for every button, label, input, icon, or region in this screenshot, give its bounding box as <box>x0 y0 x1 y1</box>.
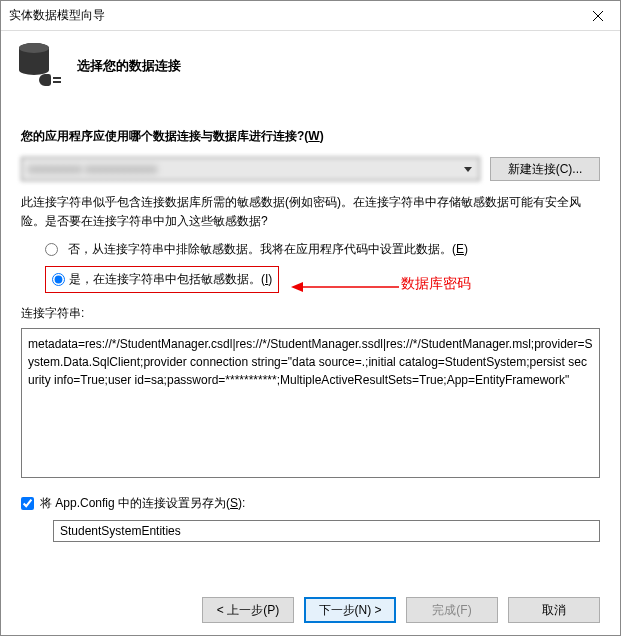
save-config-checkbox-input[interactable] <box>21 497 34 510</box>
question-label: 您的应用程序应使用哪个数据连接与数据库进行连接?(W) <box>21 128 600 145</box>
database-icon <box>19 43 59 88</box>
new-connection-button[interactable]: 新建连接(C)... <box>490 157 600 181</box>
radio-include-input[interactable] <box>52 273 65 286</box>
warning-text: 此连接字符串似乎包含连接数据库所需的敏感数据(例如密码)。在连接字符串中存储敏感… <box>21 193 600 231</box>
close-button[interactable] <box>575 1 620 31</box>
window-title: 实体数据模型向导 <box>9 7 105 24</box>
radio-exclude-sensitive[interactable]: 否，从连接字符串中排除敏感数据。我将在应用程序代码中设置此数据。(E) <box>45 241 600 258</box>
entity-name-input[interactable] <box>53 520 600 542</box>
radio-include-sensitive[interactable]: 是，在连接字符串中包括敏感数据。(I) <box>45 266 279 293</box>
svg-marker-1 <box>291 282 303 292</box>
annotation-text: 数据库密码 <box>401 275 471 293</box>
arrow-icon <box>291 277 401 297</box>
connection-string-textarea[interactable] <box>21 328 600 478</box>
finish-button: 完成(F) <box>406 597 498 623</box>
header-title: 选择您的数据连接 <box>77 57 181 75</box>
cancel-button[interactable]: 取消 <box>508 597 600 623</box>
previous-button[interactable]: < 上一步(P) <box>202 597 294 623</box>
titlebar: 实体数据模型向导 <box>1 1 620 31</box>
conn-string-label: 连接字符串: <box>21 305 600 322</box>
next-button[interactable]: 下一步(N) > <box>304 597 396 623</box>
radio-exclude-input[interactable] <box>45 243 58 256</box>
wizard-header: 选择您的数据连接 <box>1 31 620 100</box>
connection-dropdown[interactable]: xxxxxxxxx xxxxxxxxxxxx <box>21 157 480 181</box>
close-icon <box>593 11 603 21</box>
save-config-checkbox[interactable]: 将 App.Config 中的连接设置另存为(S): <box>21 495 600 512</box>
